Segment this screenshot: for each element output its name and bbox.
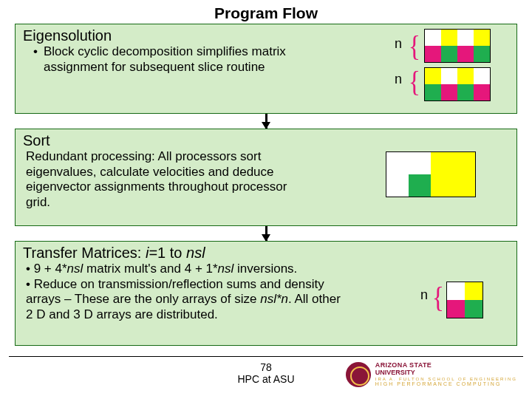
text-part: inversions. [233, 262, 297, 276]
n-label-1: n [395, 36, 402, 52]
bullet-dot: • [33, 44, 44, 75]
matrix-grid-3 [386, 151, 476, 197]
text-part: matrix mult's and 4 + 1* [83, 262, 217, 276]
transfer-bullet-2: • Reduce on transmission/reflection sums… [26, 277, 347, 323]
transfer-heading: Transfer Matrices: i=1 to nsl [16, 242, 516, 262]
eigensolution-text: Block cyclic decomposition simplifies ma… [44, 44, 287, 75]
asu-logo-text: ARIZONA STATE UNIVERSITY IRA A. FULTON S… [375, 362, 517, 387]
nsl-italic: nsl*n [260, 292, 288, 306]
divider [9, 356, 523, 357]
logo-line: HIGH PERFORMANCE COMPUTING [375, 381, 517, 387]
brace-icon: { [409, 72, 420, 93]
sort-box: Sort Redundant processing: All processor… [15, 129, 517, 226]
heading-part: =1 to [149, 245, 186, 261]
slide-title: Program Flow [0, 0, 532, 24]
eigensolution-bullet: • Block cyclic decomposition simplifies … [33, 44, 287, 75]
text-part: • 9 + 4* [26, 262, 67, 276]
heading-nsl: nsl [186, 245, 205, 261]
n-label-2: n [395, 72, 402, 87]
asu-logo: ARIZONA STATE UNIVERSITY IRA A. FULTON S… [346, 362, 517, 387]
eigensolution-box: Eigensolution • Block cyclic decompositi… [15, 24, 517, 114]
transfer-bullet-1: • 9 + 4*nsl matrix mult's and 4 + 1*nsl … [26, 262, 347, 277]
sort-text: Redundant processing: All processors sor… [16, 149, 311, 216]
brace-icon: { [432, 287, 444, 309]
nsl-italic: nsl [218, 262, 234, 276]
sort-heading: Sort [16, 129, 516, 149]
nsl-italic: nsl [67, 262, 83, 276]
matrix-grid-2 [424, 67, 491, 101]
logo-line: IRA A. FULTON SCHOOL OF ENGINEERING [375, 377, 517, 382]
brace-icon: { [409, 36, 420, 58]
arrow-icon [265, 114, 267, 129]
matrix-grid-1 [424, 29, 491, 63]
heading-part: Transfer Matrices: [23, 245, 146, 261]
n-label-3: n [420, 287, 428, 303]
transfer-box: Transfer Matrices: i=1 to nsl • 9 + 4*ns… [15, 241, 517, 346]
matrix-grid-4 [446, 282, 483, 318]
logo-line: UNIVERSITY [375, 369, 517, 377]
arrow-icon [265, 226, 267, 241]
asu-logo-icon [346, 362, 371, 387]
